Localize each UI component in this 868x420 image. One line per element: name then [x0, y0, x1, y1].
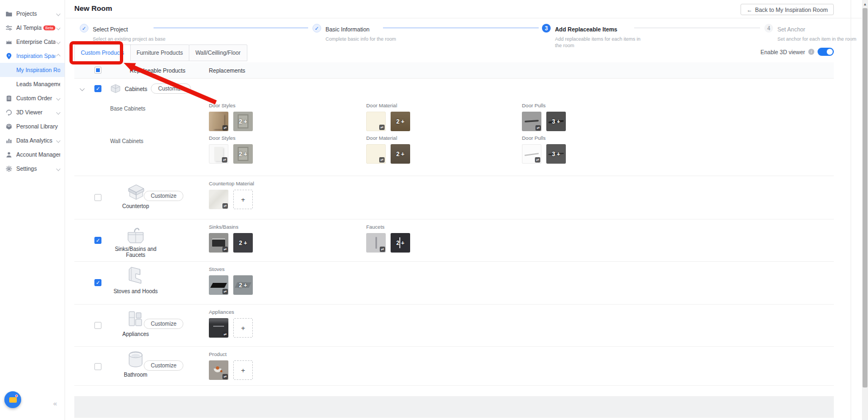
product-name: Countertop [106, 203, 165, 209]
step-subtitle: Add replaceable items for each items in … [555, 36, 642, 49]
sidebar-item-custom-order[interactable]: Custom Order [0, 91, 65, 105]
sidebar-item-label: 3D Viewer [16, 109, 55, 115]
appliances-checkbox[interactable] [94, 322, 101, 329]
group-door-styles: Door Styles ⇄ 2 + [209, 135, 253, 164]
chevron-down-icon [56, 138, 61, 143]
cabinets-expanded-section: Base Cabinets Door Styles ⇄ 2 + Door Mat… [74, 99, 834, 176]
replacement-more-tile[interactable]: 2 + [391, 233, 410, 253]
replacement-more-tile[interactable]: 3 + [546, 112, 566, 131]
customize-button[interactable]: Customize [144, 319, 183, 329]
table-row-bathroom: Bathroom Customize Product ⇄ + [74, 347, 834, 386]
replacement-more-tile[interactable]: 2 + [233, 233, 253, 253]
replacement-more-tile[interactable]: 2 + [233, 275, 253, 295]
tab-wall-ceiling-floor[interactable]: Wall/Ceilling/Floor [189, 44, 247, 61]
person-icon [5, 151, 12, 158]
column-header-products: Repalceable Products [130, 67, 186, 74]
replacement-thumbnail[interactable]: ⇄ [209, 112, 228, 131]
sidebar-item-enterprise-catalog[interactable]: Enterprise Catalog [0, 35, 65, 49]
replacement-thumbnail[interactable]: ⇄ [366, 112, 386, 131]
add-replacement-button[interactable]: + [233, 318, 253, 338]
swap-badge-icon: ⇄ [222, 289, 228, 294]
replacement-more-tile[interactable]: 2 + [391, 112, 410, 131]
step-basic-information: ✓ Basic Information Complete basic info … [312, 24, 418, 42]
sidebar-item-3d-viewer[interactable]: 3D Viewer [0, 105, 65, 119]
replacement-thumbnail[interactable]: ⇄ [366, 144, 386, 164]
customize-button[interactable]: Customize [144, 191, 183, 201]
chat-button[interactable] [4, 391, 21, 408]
sidebar-item-label: Inspiration Spaces [16, 53, 55, 59]
table-row-cabinets: Cabinets Customize [74, 79, 834, 99]
scrollbar-thumb[interactable] [863, 8, 867, 387]
bar-chart-icon [5, 137, 12, 144]
hood-icon [124, 266, 148, 287]
info-icon[interactable]: i [808, 49, 814, 55]
tab-custom-products[interactable]: Custom Products [74, 44, 131, 61]
subrow-label: Wall Cabinets [110, 138, 143, 144]
replacement-thumbnail[interactable]: ⇄ [522, 112, 541, 131]
product-name: Cabinets [125, 86, 147, 92]
chevron-down-icon [56, 25, 61, 30]
replacement-more-tile[interactable]: 2 + [233, 112, 253, 131]
swap-badge-icon: ⇄ [535, 125, 541, 131]
sidebar-item-ai-templates[interactable]: AI Templates Beta [0, 21, 65, 35]
add-replacement-button[interactable]: + [233, 360, 253, 380]
replacement-more-tile[interactable]: 3 + [546, 144, 566, 164]
enable-3d-viewer-toggle[interactable] [818, 48, 834, 56]
customize-button[interactable]: Customize [144, 360, 183, 371]
cabinets-checkbox[interactable] [94, 85, 101, 92]
stoves-checkbox[interactable] [94, 279, 101, 286]
step-set-anchor: 4 Set Anchor Set anchor for each item in… [764, 24, 868, 42]
sinks-checkbox[interactable] [94, 237, 101, 244]
sidebar-item-my-inspiration-room[interactable]: My Inspiration Room [0, 63, 65, 77]
beta-badge: Beta [43, 25, 55, 30]
replacement-thumbnail[interactable]: ⇄ [366, 233, 386, 253]
collapse-row-icon[interactable] [80, 86, 85, 91]
step-subtitle: Complete basic info for the room [326, 36, 418, 42]
sidebar-item-label: Custom Order [16, 95, 55, 101]
add-replacement-button[interactable]: + [233, 190, 253, 209]
vertical-scrollbar[interactable]: ▲ [862, 0, 868, 420]
step-subtitle: Set anchor for each item in the room [777, 36, 868, 42]
countertop-checkbox[interactable] [94, 194, 101, 201]
group-faucets: Faucets ⇄ 2 + [366, 224, 410, 253]
collapse-sidebar-icon[interactable]: « [53, 399, 57, 408]
sidebar-item-settings[interactable]: Settings [0, 161, 65, 176]
chevron-down-icon [56, 110, 61, 114]
sidebar-item-account-management[interactable]: Account Management [0, 147, 65, 161]
bathroom-checkbox[interactable] [94, 363, 101, 370]
sidebar: Projects AI Templates Beta Enterprise Ca… [0, 0, 65, 420]
sidebar-item-personal-library[interactable]: Personal Library [0, 119, 65, 133]
swap-badge-icon: ⇄ [380, 247, 385, 252]
select-all-checkbox[interactable] [94, 67, 101, 74]
replacement-thumbnail[interactable]: ⇄ [209, 144, 228, 164]
replacement-more-tile[interactable]: 2 + [391, 144, 410, 164]
replacement-more-tile[interactable]: 2 + [233, 144, 253, 164]
table-row-appliances: Appliances Customize Appliances ⇄ + [74, 305, 834, 347]
replacement-thumbnail[interactable]: ⇄ [522, 144, 541, 164]
replacement-thumbnail[interactable]: ⇄ [209, 233, 228, 253]
step-add-replaceable-items: 3 Add Replaceable Items Add replaceable … [542, 24, 642, 49]
group-door-styles: Door Styles ⇄ 2 + [209, 102, 253, 131]
replacement-thumbnail[interactable]: ⇄ [209, 360, 228, 380]
swap-badge-icon: ⇄ [535, 157, 540, 163]
footer-strip [74, 396, 834, 418]
scroll-up-icon[interactable]: ▲ [862, 0, 868, 8]
product-name: Sinks/Basins and Faucets [106, 246, 165, 258]
replacement-thumbnail[interactable]: ⇄ [209, 275, 228, 295]
chevron-down-icon [56, 96, 61, 100]
sidebar-item-inspiration-spaces[interactable]: Inspiration Spaces [0, 49, 65, 63]
back-button[interactable]: ← Back to My Inspiration Room [741, 4, 834, 15]
notification-dot [15, 395, 18, 397]
step-check-icon: ✓ [312, 24, 321, 33]
sidebar-item-label: Personal Library [16, 123, 60, 130]
replacement-thumbnail[interactable]: ⇄ [209, 190, 228, 209]
replacement-thumbnail[interactable]: ⇄ [209, 318, 228, 338]
table-row-countertop: Countertop Customize Countertop Material… [74, 176, 834, 219]
gear-icon [5, 165, 12, 172]
sidebar-item-leads-management[interactable]: Leads Management [0, 77, 65, 91]
sidebar-item-data-analytics[interactable]: Data Analytics [0, 133, 65, 147]
customize-button[interactable]: Customize [151, 83, 190, 94]
swap-badge-icon: ⇄ [222, 247, 228, 252]
tab-furniture-products[interactable]: Furniture Products [130, 44, 189, 61]
sidebar-item-projects[interactable]: Projects [0, 7, 65, 21]
